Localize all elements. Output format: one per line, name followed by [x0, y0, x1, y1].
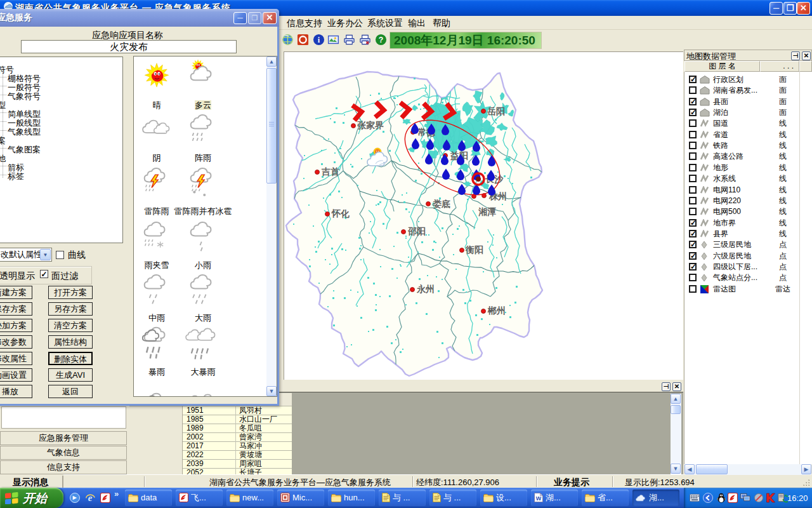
svg-text:?: ?: [379, 36, 384, 44]
svg-text:邵阳: 邵阳: [407, 226, 426, 236]
svg-text:娄底: 娄底: [433, 199, 450, 209]
svg-text:永州: 永州: [416, 284, 435, 294]
svg-text:i: i: [318, 36, 320, 44]
svg-text:岳阳: 岳阳: [487, 106, 505, 116]
svg-text:怀化: 怀化: [331, 208, 350, 218]
svg-text:郴州: 郴州: [487, 305, 506, 316]
svg-text:张家界: 张家界: [357, 120, 384, 130]
svg-text:湘潭: 湘潭: [478, 206, 496, 217]
svg-text:衡阳: 衡阳: [465, 244, 483, 255]
svg-text:吉首: 吉首: [321, 166, 339, 177]
svg-text:W: W: [536, 495, 542, 502]
